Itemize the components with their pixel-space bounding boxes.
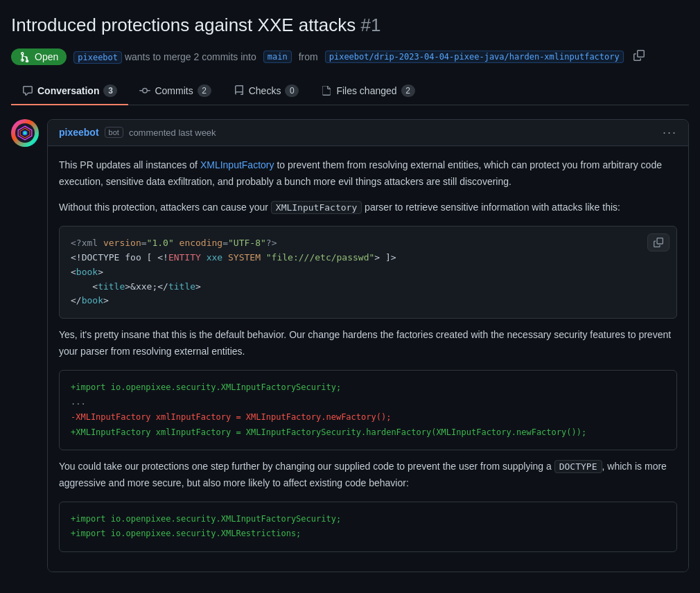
comment-box: pixeebot bot commented last week ··· Thi…: [47, 119, 689, 572]
para4-inline-code: DOCTYPE: [554, 460, 602, 473]
checks-icon: [234, 85, 245, 96]
author-link[interactable]: pixeebot: [73, 51, 122, 64]
xml-code-pre: <?xml version="1.0" encoding="UTF-8"?> <…: [71, 236, 665, 308]
comment-header: pixeebot bot commented last week ···: [48, 120, 688, 146]
tab-conversation[interactable]: Conversation 3: [11, 78, 128, 105]
avatar: [11, 119, 39, 147]
comment-wrapper: pixeebot bot commented last week ··· Thi…: [11, 119, 689, 572]
tab-files-changed[interactable]: Files changed 2: [310, 78, 426, 105]
git-merge-icon: [19, 51, 30, 62]
xml-code-block: <?xml version="1.0" encoding="UTF-8"?> <…: [59, 226, 677, 319]
comment-para4: You could take our protections one step …: [59, 459, 677, 492]
tab-checks[interactable]: Checks 0: [222, 78, 310, 105]
copy-xml-button[interactable]: [647, 233, 670, 251]
tabs-bar: Conversation 3 Commits 2 Checks 0: [11, 78, 689, 105]
diff-code-block-2: +import io.openpixee.security.XMLInputFa…: [59, 502, 677, 552]
tab-files-label: Files changed: [336, 85, 396, 96]
conversation-icon: [22, 85, 33, 96]
bot-badge: bot: [105, 127, 123, 138]
tab-files-count: 2: [401, 85, 415, 97]
copy-icon: [654, 238, 663, 247]
base-branch-link[interactable]: main: [263, 51, 292, 63]
pr-title: Introduced protections against XXE attac…: [11, 14, 689, 37]
svg-point-4: [24, 132, 26, 134]
diff-code-pre-2: +import io.openpixee.security.XMLInputFa…: [71, 512, 665, 542]
xmlinputfactory-link[interactable]: XMLInputFactory: [200, 159, 274, 170]
tab-commits[interactable]: Commits 2: [128, 78, 222, 105]
comment-body: This PR updates all instances of XMLInpu…: [48, 146, 688, 572]
comment-username[interactable]: pixeebot: [59, 127, 99, 138]
comment-para2: Without this protection, attackers can c…: [59, 200, 677, 216]
comment-para3: Yes, it's pretty insane that this is the…: [59, 327, 677, 360]
comment-para1: This PR updates all instances of XMLInpu…: [59, 157, 677, 191]
tab-commits-label: Commits: [155, 85, 193, 96]
para2-inline-code: XMLInputFactory: [271, 201, 362, 214]
commits-icon: [139, 85, 150, 96]
copy-branch-button[interactable]: [631, 48, 647, 64]
compare-branch-link[interactable]: pixeebot/drip-2023-04-04-pixee-java/hard…: [325, 51, 624, 63]
tab-checks-label: Checks: [249, 85, 281, 96]
open-badge: Open: [11, 48, 67, 65]
copy-icon: [633, 50, 645, 61]
diff-code-block-1: +import io.openpixee.security.XMLInputFa…: [59, 370, 677, 450]
tab-commits-count: 2: [198, 85, 211, 97]
files-icon: [321, 85, 332, 96]
conversation-area: pixeebot bot commented last week ··· Thi…: [11, 105, 689, 572]
comment-action-time: commented last week: [129, 127, 216, 138]
diff-code-pre-1: +import io.openpixee.security.XMLInputFa…: [71, 380, 665, 440]
pr-meta: Open pixeebot wants to merge 2 commits i…: [11, 48, 689, 65]
tab-checks-count: 0: [285, 85, 299, 97]
pr-meta-author: pixeebot wants to merge 2 commits into: [73, 51, 256, 62]
pixeebot-avatar-icon: [15, 123, 35, 143]
tab-conversation-count: 3: [103, 85, 117, 97]
tab-conversation-label: Conversation: [37, 85, 99, 96]
pr-number: #1: [360, 15, 380, 35]
comment-menu-button[interactable]: ···: [663, 125, 677, 140]
